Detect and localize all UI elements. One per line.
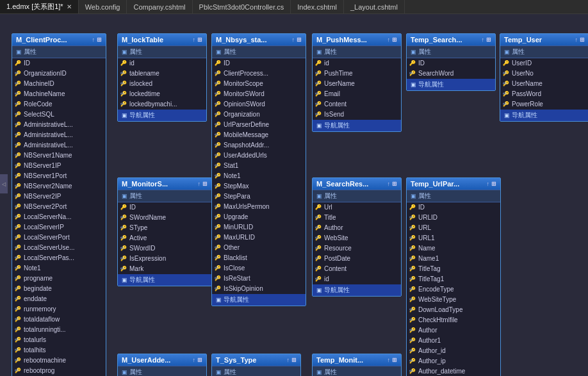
- field-StepPara: ✏StepPara: [212, 192, 306, 202]
- field-NBServer1IP: ✏NBServer1IP: [12, 161, 106, 171]
- entity-header-icon[interactable]: ⊞: [291, 357, 297, 363]
- section-label-M_Nbsys_sta: 属性: [212, 45, 306, 58]
- field-name: TitleTag1: [418, 275, 444, 284]
- field-name: UrlParserDefine: [224, 120, 269, 129]
- entity-header-M_Nbsys_sta[interactable]: M_Nbsys_sta...↑⊞: [212, 34, 306, 45]
- entity-header-M_PushMess[interactable]: M_PushMess...↑⊞: [313, 34, 401, 45]
- entity-header-icon[interactable]: ⊞: [197, 357, 202, 363]
- entity-header-icon[interactable]: ↑: [482, 37, 485, 43]
- field-name: IsClose: [224, 264, 245, 273]
- property-icon: ✏: [15, 90, 19, 99]
- field-name: MachineName: [24, 90, 65, 99]
- entity-header-T_Sys_Type[interactable]: T_Sys_Type↑⊞: [212, 354, 300, 366]
- entity-header-icon[interactable]: ↑: [193, 357, 196, 363]
- entity-header-Temp_Monit[interactable]: Temp_Monit...↑⊞: [313, 354, 401, 366]
- field-name: MobileMessage: [224, 131, 268, 140]
- key-icon: 🔑: [120, 59, 127, 68]
- field-name: SelectSQL: [24, 110, 54, 119]
- entity-header-M_MonitorS[interactable]: M_MonitorS...↑⊞: [118, 178, 211, 190]
- section-label-M_lockTable: 属性: [118, 45, 206, 58]
- field-StepMax: ✏StepMax: [212, 181, 306, 192]
- tab-2[interactable]: Company.cshtml: [127, 0, 192, 13]
- entity-M_UserAdde: M_UserAdde...↑⊞属性: [117, 354, 207, 376]
- entity-header-icon[interactable]: ↑: [287, 357, 290, 363]
- entity-header-icon[interactable]: ⊞: [486, 37, 491, 43]
- field-Stat1: ✏Stat1: [212, 161, 306, 171]
- property-icon: ✏: [15, 346, 19, 355]
- property-icon: ✏: [15, 202, 19, 211]
- entity-header-icons-M_UserAdde: ↑⊞: [193, 357, 203, 363]
- field-name: SWordName: [129, 213, 166, 222]
- field-Note1: ✏Note1: [212, 171, 306, 181]
- entity-header-icon[interactable]: ↑: [575, 37, 578, 43]
- entity-header-M_ClientProc[interactable]: M_ClientProc...↑⊞: [12, 34, 106, 45]
- field-Blacklist: ✏Blacklist: [212, 253, 306, 263]
- nav-section-M_PushMess: 导航属性: [313, 120, 401, 131]
- entity-header-Temp_UrlPar[interactable]: Temp_UrlPar...↑⊞: [407, 178, 500, 190]
- field-name: UserNo: [512, 69, 534, 78]
- entity-header-icon[interactable]: ⊞: [392, 357, 397, 363]
- entity-header-Temp_User[interactable]: Temp_User↑⊞: [500, 34, 588, 45]
- property-icon: ✏: [120, 100, 125, 109]
- entity-header-icon[interactable]: ⊞: [392, 37, 397, 43]
- entity-header-M_SearchRes[interactable]: M_SearchRes...↑⊞: [313, 178, 401, 190]
- entity-header-icon[interactable]: ⊞: [491, 181, 496, 187]
- entity-header-icon[interactable]: ↑: [487, 181, 490, 187]
- tab-5[interactable]: _Layout.cshtml: [344, 0, 405, 13]
- entity-header-M_lockTable[interactable]: M_lockTable↑⊞: [118, 34, 206, 45]
- entity-header-icons-Temp_Monit: ↑⊞: [388, 357, 398, 363]
- field-ID: 🔑ID: [407, 202, 500, 213]
- property-icon: ✏: [15, 356, 19, 365]
- entity-header-icon[interactable]: ⊞: [97, 37, 102, 43]
- property-icon: ✏: [315, 90, 320, 99]
- entity-header-icon[interactable]: ↑: [193, 37, 196, 43]
- property-icon: ✏: [315, 234, 320, 243]
- field-name: lockedbymachi...: [129, 100, 177, 109]
- entity-header-icon[interactable]: ⊞: [297, 37, 302, 43]
- field-name: RoleCode: [24, 100, 52, 109]
- field-DownLoadType: ✏DownLoadType: [407, 305, 500, 315]
- property-icon: ✏: [315, 100, 320, 109]
- property-icon: ✏: [315, 265, 320, 274]
- section-label-Temp_User: 属性: [500, 45, 588, 58]
- field-LocalServerPas...: ✏LocalServerPas...: [12, 253, 106, 263]
- entity-header-icon[interactable]: ⊞: [202, 181, 208, 187]
- field-Author_ip: ✏Author_ip: [407, 356, 500, 366]
- field-name: Author_datetime: [418, 367, 465, 376]
- entity-header-icon[interactable]: ⊞: [197, 37, 202, 43]
- property-icon: ✏: [409, 306, 414, 315]
- tab-1[interactable]: Web.config: [79, 0, 127, 13]
- diagram-canvas[interactable]: ◁ M_ClientProc...↑⊞属性🔑ID✏OrganizationID✏…: [0, 14, 588, 376]
- field-name: Author: [324, 224, 343, 233]
- field-name: Other: [224, 243, 240, 252]
- property-icon: ✏: [503, 69, 507, 78]
- tab-3[interactable]: PblcStmt3dot0Controller.cs: [193, 0, 291, 13]
- field-name: PushTime: [324, 69, 353, 78]
- entity-header-icon[interactable]: ↑: [388, 37, 391, 43]
- entity-header-icon[interactable]: ↑: [388, 181, 391, 187]
- entity-header-icon[interactable]: ↑: [92, 37, 95, 43]
- property-icon: ✏: [120, 213, 125, 222]
- entity-header-icon[interactable]: ↑: [198, 181, 201, 187]
- field-name: AdministrativeL...: [24, 131, 73, 140]
- entity-title-T_Sys_Type: T_Sys_Type: [216, 356, 256, 364]
- tab-4[interactable]: Index.cshtml: [291, 0, 344, 13]
- field-name: LocalServerUse...: [24, 243, 74, 252]
- entity-header-icon[interactable]: ⊞: [580, 37, 585, 43]
- collapse-button[interactable]: ◁: [0, 174, 8, 193]
- entity-header-icon[interactable]: ↑: [292, 37, 295, 43]
- entity-header-Temp_Search[interactable]: Temp_Search...↑⊞: [407, 34, 495, 45]
- field-name: Content: [324, 100, 347, 109]
- property-icon: ✏: [215, 131, 219, 140]
- tab-close-icon[interactable]: ✕: [67, 3, 72, 10]
- entity-title-Temp_User: Temp_User: [504, 36, 542, 44]
- tab-0[interactable]: 1.edmx [关系图1]*✕: [0, 0, 79, 13]
- property-icon: ✏: [15, 192, 19, 201]
- field-Author_id: ✏Author_id: [407, 346, 500, 356]
- entity-header-M_UserAdde[interactable]: M_UserAdde...↑⊞: [118, 354, 206, 366]
- entity-header-icon[interactable]: ↑: [388, 357, 391, 363]
- key-icon: 🔑: [503, 59, 509, 68]
- field-MachineName: ✏MachineName: [12, 89, 106, 99]
- field-name: SearchWord: [418, 69, 453, 78]
- entity-header-icon[interactable]: ⊞: [392, 181, 397, 187]
